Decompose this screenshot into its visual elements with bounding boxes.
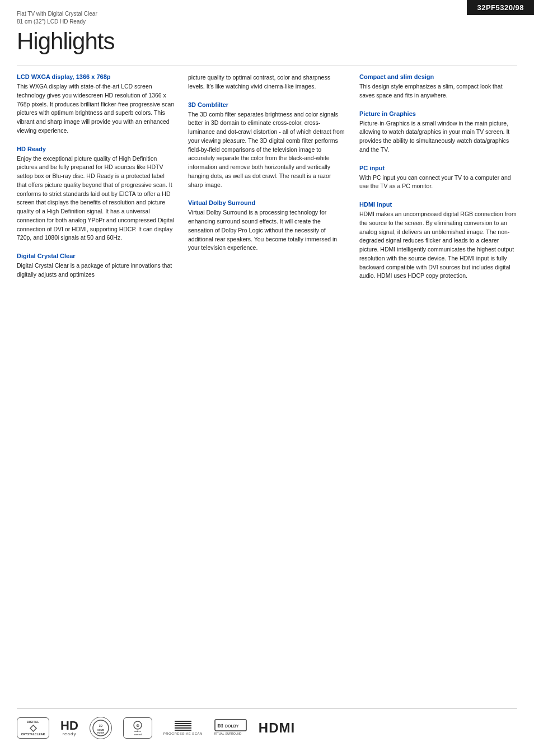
subtitle-line1: Flat TV with Digital Crystal Clear <box>17 11 97 17</box>
section-dolby-body: Virtual Dolby Surround is a processing t… <box>188 208 346 253</box>
dolby-icon: 𝔻𝕀 DOLBY VIRTUAL SURROUND <box>214 717 247 739</box>
section-pig-body: Picture-in-Graphics is a small window in… <box>359 119 517 155</box>
svg-text:3D: 3D <box>99 724 103 727</box>
section-dcc: Digital Crystal Clear Digital Crystal Cl… <box>17 253 175 279</box>
hd-logo-text: HD ready <box>60 720 78 736</box>
section-hd-ready-title: HD Ready <box>17 146 175 152</box>
logos-area: DIGITAL ◇ CRYSTALCLEAR HD ready 3D COMB … <box>17 708 517 739</box>
logo-active-control: ⊙ active control <box>123 717 152 739</box>
hd-ready-label: ready <box>60 732 78 736</box>
hdmi-logo-text: HDMI <box>259 720 295 736</box>
prog-line-5 <box>175 730 191 731</box>
header: 32PF5320/98 Flat TV with Digital Crystal… <box>0 0 534 55</box>
prog-line-2 <box>175 723 191 724</box>
header-subtitle: Flat TV with Digital Crystal Clear 81 cm… <box>17 10 517 26</box>
svg-text:control: control <box>134 733 142 736</box>
svg-text:⊙: ⊙ <box>136 724 139 727</box>
svg-text:COMB: COMB <box>97 729 104 731</box>
dcc-bottom-text: CRYSTALCLEAR <box>21 732 45 736</box>
section-dolby-title: Virtual Dolby Surround <box>188 199 346 206</box>
section-pc-title: PC input <box>359 165 517 171</box>
section-pc: PC input With PC input you can connect y… <box>359 165 517 192</box>
section-hd-ready-body: Enjoy the exceptional picture quality of… <box>17 155 175 243</box>
logo-hdmi: HDMI <box>259 720 295 736</box>
section-hdmi-title: HDMI input <box>359 201 517 208</box>
svg-text:VIRTUAL: VIRTUAL <box>214 732 224 735</box>
section-dcc-cont: picture quality to optimal contrast, col… <box>188 73 346 91</box>
prog-line-1 <box>175 721 191 722</box>
comb-filter-icon: 3D COMB FILTER <box>92 720 109 736</box>
svg-text:DOLBY: DOLBY <box>225 724 239 728</box>
svg-text:SURROUND: SURROUND <box>225 732 241 735</box>
subtitle-line2: 81 cm (32") LCD HD Ready <box>17 18 86 25</box>
logo-digital-crystal-clear: DIGITAL ◇ CRYSTALCLEAR <box>17 717 49 739</box>
section-3d-comb: 3D Combfilter The 3D comb filter separat… <box>188 101 346 190</box>
section-3d-comb-body: The 3D comb filter separates brightness … <box>188 110 346 190</box>
section-hdmi: HDMI input HDMI makes an uncompressed di… <box>359 201 517 281</box>
section-dcc-title: Digital Crystal Clear <box>17 253 175 259</box>
active-control-icon: ⊙ active control <box>127 720 149 736</box>
prog-line-3 <box>175 725 191 726</box>
progressive-scan-label: PROGRESSIVE SCAN <box>163 732 203 735</box>
comb-logo-circle: 3D COMB FILTER <box>90 717 112 739</box>
column-2: picture quality to optimal contrast, col… <box>188 73 359 291</box>
progressive-scan-box: PROGRESSIVE SCAN <box>163 721 203 735</box>
header-divider <box>17 65 517 66</box>
section-compact-title: Compact and slim design <box>359 73 517 80</box>
section-lcd-wxga: LCD WXGA display, 1366 x 768p This WXGA … <box>17 73 175 136</box>
svg-text:𝔻𝕀: 𝔻𝕀 <box>217 724 223 729</box>
section-dolby: Virtual Dolby Surround Virtual Dolby Sur… <box>188 199 346 253</box>
dcc-diamond-icon: ◇ <box>30 724 36 732</box>
content-area: LCD WXGA display, 1366 x 768p This WXGA … <box>0 73 534 291</box>
logo-dolby-surround: 𝔻𝕀 DOLBY VIRTUAL SURROUND <box>214 717 247 739</box>
progressive-lines-icon <box>175 721 191 731</box>
section-pc-body: With PC input you can connect your TV to… <box>359 174 517 192</box>
section-hd-ready: HD Ready Enjoy the exceptional picture q… <box>17 146 175 243</box>
prog-line-4 <box>175 727 191 729</box>
logo-progressive-scan: PROGRESSIVE SCAN <box>163 721 203 735</box>
logo-hd-ready: HD ready <box>60 720 78 736</box>
dolby-logo-box: 𝔻𝕀 DOLBY VIRTUAL SURROUND <box>214 717 247 739</box>
section-dcc-body: Digital Crystal Clear is a package of pi… <box>17 262 175 279</box>
section-hdmi-body: HDMI makes an uncompressed digital RGB c… <box>359 210 517 281</box>
section-lcd-wxga-body: This WXGA display with state-of-the-art … <box>17 82 175 136</box>
section-dcc-cont-body: picture quality to optimal contrast, col… <box>188 73 346 91</box>
svg-text:active: active <box>134 730 141 732</box>
dcc-logo-box: DIGITAL ◇ CRYSTALCLEAR <box>17 717 49 739</box>
section-3d-comb-title: 3D Combfilter <box>188 101 346 108</box>
page-title: Highlights <box>17 28 517 55</box>
product-code: 32PF5320/98 <box>467 0 534 15</box>
active-control-box: ⊙ active control <box>123 717 152 739</box>
section-pig: Picture in Graphics Picture-in-Graphics … <box>359 110 517 155</box>
section-lcd-wxga-title: LCD WXGA display, 1366 x 768p <box>17 73 175 80</box>
page: 32PF5320/98 Flat TV with Digital Crystal… <box>0 0 534 756</box>
section-pig-title: Picture in Graphics <box>359 110 517 117</box>
section-compact: Compact and slim design This design styl… <box>359 73 517 100</box>
section-compact-body: This design style emphasizes a slim, com… <box>359 82 517 100</box>
svg-text:FILTER: FILTER <box>97 732 104 734</box>
column-1: LCD WXGA display, 1366 x 768p This WXGA … <box>17 73 188 291</box>
logo-comb-filter: 3D COMB FILTER <box>90 717 112 739</box>
column-3: Compact and slim design This design styl… <box>359 73 517 291</box>
